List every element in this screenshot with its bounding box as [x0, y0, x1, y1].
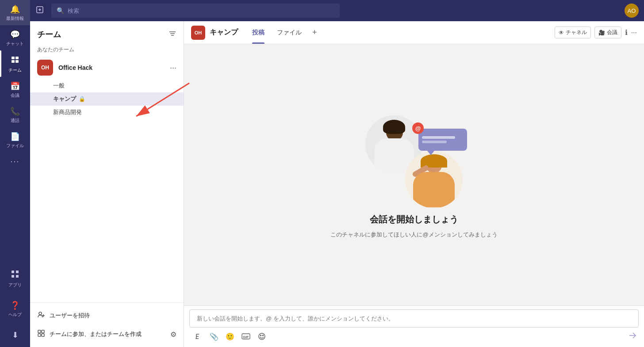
- nav-item-files[interactable]: 📄 ファイル: [0, 127, 30, 153]
- activity-icon: 🔔: [10, 4, 20, 14]
- settings-icon[interactable]: ⚙: [170, 330, 176, 339]
- download-icon: ⬇: [12, 330, 19, 340]
- chat-icon: 💬: [10, 30, 20, 39]
- svg-rect-3: [15, 60, 19, 63]
- video-icon: 🎥: [598, 30, 605, 36]
- nav-item-calendar[interactable]: 📅 会議: [0, 77, 30, 102]
- info-button[interactable]: ℹ: [625, 28, 628, 37]
- add-tab-button[interactable]: +: [309, 28, 321, 37]
- channel-title: キャンプ: [210, 28, 238, 37]
- channel-body: @ 会話を開始しましょう このチャネルに参加してほしい人に@メンションしてみまし…: [184, 44, 644, 305]
- nav-item-help[interactable]: ❓ ヘルプ: [0, 296, 30, 321]
- speech-bubble: [418, 129, 467, 151]
- channel-actions: 👁 チャネル 🎥 会議 ℹ ···: [555, 27, 637, 38]
- channel-tabs: 投稿 ファイル +: [247, 21, 321, 44]
- emoji-button[interactable]: 🙂: [223, 329, 237, 343]
- sidebar-bottom: ユーザーを招待 チームに参加、またはチームを作成 ⚙: [30, 302, 184, 347]
- join-icon: [37, 329, 45, 339]
- empty-title: 会話を開始しましょう: [370, 214, 458, 225]
- apps-icon: [11, 270, 19, 281]
- invite-icon: [37, 311, 45, 320]
- filter-button[interactable]: [169, 30, 176, 40]
- files-icon: 📄: [10, 132, 20, 141]
- channel-view-button[interactable]: 👁 チャネル: [555, 27, 591, 38]
- speech-lines: [418, 133, 467, 147]
- channel-badge: OH: [191, 26, 205, 40]
- tab-files[interactable]: ファイル: [272, 21, 307, 44]
- your-teams-label: あなたのチーム: [30, 43, 184, 56]
- sidebar-header: チーム: [30, 21, 184, 43]
- calendar-icon: 📅: [10, 81, 20, 91]
- chat-input[interactable]: [197, 315, 631, 322]
- team-avatar-officehack: OH: [37, 60, 53, 76]
- search-icon: 🔍: [57, 7, 64, 14]
- channel-header: OH キャンプ 投稿 ファイル + 👁 チャネ: [184, 21, 644, 44]
- more-icon: ···: [10, 157, 19, 166]
- svg-point-31: [263, 335, 264, 336]
- empty-state: @ 会話を開始しましょう このチャネルに参加してほしい人に@メンションしてみまし…: [330, 111, 497, 239]
- tab-posts[interactable]: 投稿: [247, 21, 270, 44]
- svg-rect-20: [42, 330, 44, 333]
- svg-rect-2: [12, 60, 15, 63]
- nav-item-apps[interactable]: アプリ: [0, 265, 30, 292]
- attach-button[interactable]: 📎: [207, 329, 221, 343]
- svg-rect-22: [42, 334, 44, 336]
- compose-button[interactable]: [35, 5, 44, 16]
- invite-users-button[interactable]: ユーザーを招待: [30, 306, 184, 325]
- team-more-button[interactable]: ···: [170, 63, 176, 72]
- sidebar-title: チーム: [37, 29, 61, 40]
- search-box: 🔍: [51, 4, 340, 18]
- svg-rect-19: [38, 330, 41, 333]
- channel-item-camp[interactable]: キャンプ 🔒: [30, 92, 184, 106]
- meeting-button[interactable]: 🎥 会議: [594, 27, 621, 38]
- svg-point-16: [39, 312, 42, 315]
- nav-item-activity[interactable]: 🔔 最新情報: [0, 0, 30, 25]
- svg-rect-4: [12, 271, 14, 273]
- nav-item-download[interactable]: ⬇: [0, 326, 30, 343]
- at-badge: @: [412, 122, 424, 134]
- teams-icon: [11, 55, 19, 66]
- person1-hair: [383, 120, 405, 134]
- lock-icon: 🔒: [79, 96, 85, 102]
- more-options-button[interactable]: ···: [631, 29, 637, 37]
- format-button[interactable]: [191, 329, 205, 343]
- svg-point-29: [259, 333, 265, 339]
- team-name-officehack: Office Hack: [58, 64, 170, 71]
- eye-icon: 👁: [559, 30, 564, 36]
- svg-rect-0: [12, 57, 15, 59]
- empty-illustration: @: [365, 111, 463, 208]
- channel-item-general[interactable]: 一般: [30, 79, 184, 92]
- send-button[interactable]: [628, 331, 637, 342]
- svg-text:GIF: GIF: [243, 335, 249, 339]
- channel-main: OH キャンプ 投稿 ファイル + 👁 チャネ: [184, 21, 644, 347]
- nav-item-more[interactable]: ···: [0, 153, 30, 170]
- chat-toolbar: 📎 🙂 GIF: [184, 328, 644, 347]
- chat-input-box: [189, 309, 639, 328]
- sidebar: チーム あなたのチーム OH Office Hack ···: [30, 21, 184, 347]
- svg-rect-7: [16, 275, 19, 278]
- help-icon: ❓: [10, 301, 20, 310]
- sticker-button[interactable]: [255, 329, 269, 343]
- calls-icon: 📞: [10, 107, 20, 116]
- search-input[interactable]: [68, 8, 334, 14]
- team-item-officehack[interactable]: OH Office Hack ···: [30, 56, 184, 79]
- empty-subtitle: このチャネルに参加してほしい人に@メンションしてみましょう: [330, 231, 497, 239]
- top-bar: 🔍 AO: [30, 0, 644, 21]
- join-create-team-button[interactable]: チームに参加、またはチームを作成 ⚙: [30, 325, 184, 343]
- user-avatar[interactable]: AO: [625, 4, 639, 18]
- illus-circle2: [405, 151, 463, 208]
- channel-item-newproduct[interactable]: 新商品開発: [30, 106, 184, 119]
- svg-rect-1: [15, 57, 19, 59]
- chat-input-area: 📎 🙂 GIF: [184, 305, 644, 347]
- svg-rect-6: [12, 275, 14, 278]
- nav-rail: 🔔 最新情報 💬 チャット チーム 📅 会議 📞 通話: [0, 0, 30, 347]
- svg-rect-21: [38, 334, 41, 336]
- person2-body: [413, 172, 455, 207]
- svg-point-30: [261, 335, 261, 336]
- gif-button[interactable]: GIF: [239, 329, 253, 343]
- nav-item-calls[interactable]: 📞 通話: [0, 102, 30, 127]
- svg-rect-5: [16, 271, 19, 273]
- nav-item-teams[interactable]: チーム: [0, 50, 30, 77]
- nav-item-chat[interactable]: 💬 チャット: [0, 25, 30, 50]
